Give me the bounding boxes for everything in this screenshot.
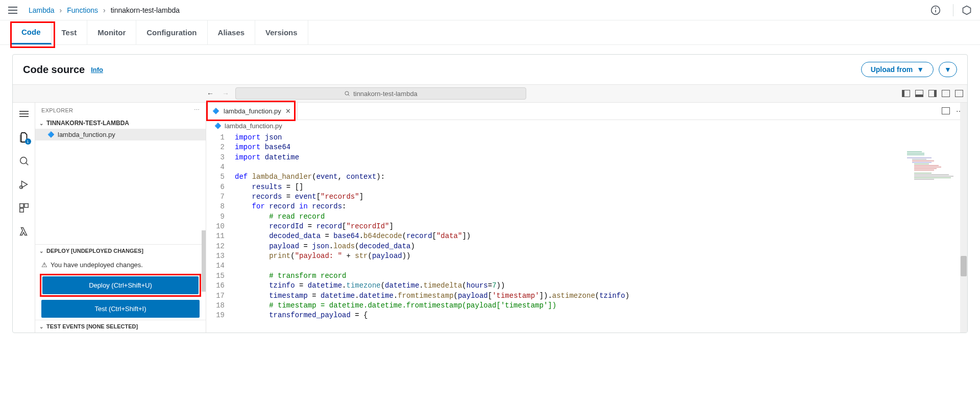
breadcrumb-current: tinnakorn-test-lambda	[111, 6, 180, 14]
file-name: lambda_function.py	[58, 131, 115, 138]
card-title: Code source	[23, 64, 85, 76]
warning-icon: ⚠	[41, 261, 47, 269]
scrollbar-thumb[interactable]	[961, 256, 967, 276]
tab-versions[interactable]: Versions	[255, 20, 308, 44]
deploy-message-text: You have undeployed changes.	[51, 261, 143, 269]
file-lambda-function[interactable]: 🔷 lambda_function.py	[35, 129, 206, 140]
breadcrumb-lambda[interactable]: Lambda	[29, 6, 55, 14]
ide-toolbar: ← → tinnakorn-test-lambda	[13, 84, 967, 103]
deploy-button[interactable]: Deploy (Ctrl+Shift+U)	[42, 276, 199, 294]
top-bar: Lambda › Functions › tinnakorn-test-lamb…	[0, 0, 980, 20]
deploy-header[interactable]: ⌄ DEPLOY [UNDEPLOYED CHANGES]	[35, 245, 206, 257]
project-name: TINNAKORN-TEST-LAMBDA	[46, 120, 129, 127]
search-icon	[344, 90, 350, 97]
deploy-section: ⌄ DEPLOY [UNDEPLOYED CHANGES] ⚠ You have…	[35, 244, 206, 333]
editor-area: 🔷 lambda_function.py ✕ ⋯ 🔷 lambda_functi…	[206, 103, 967, 333]
info-icon[interactable]	[930, 5, 941, 15]
divider	[953, 4, 953, 16]
activity-explorer-icon[interactable]: 1	[18, 131, 30, 144]
test-events-label: TEST EVENTS [NONE SELECTED]	[46, 323, 138, 329]
breadcrumb-functions[interactable]: Functions	[67, 6, 98, 14]
code-source-card: Code source Info Upload from ▼ ▼ ← → tin…	[12, 54, 968, 333]
layout-panel-bottom-icon[interactable]	[915, 90, 923, 97]
activity-menu-icon[interactable]	[18, 108, 30, 120]
code-editor[interactable]: 12345678910111213141516171819 import jso…	[206, 132, 967, 333]
info-link[interactable]: Info	[91, 66, 103, 74]
svg-marker-3	[963, 6, 971, 14]
svg-rect-10	[19, 204, 23, 207]
line-gutter: 12345678910111213141516171819	[206, 132, 231, 333]
test-events-header[interactable]: ⌄ TEST EVENTS [NONE SELECTED]	[35, 320, 206, 333]
chevron-down-icon: ⌄	[39, 324, 43, 329]
svg-line-7	[26, 163, 28, 165]
svg-point-4	[345, 91, 349, 95]
svg-rect-12	[19, 208, 23, 212]
caret-down-icon: ▼	[917, 65, 924, 74]
svg-rect-11	[24, 204, 28, 207]
badge-count: 1	[25, 138, 31, 145]
breadcrumb: Lambda › Functions › tinnakorn-test-lamb…	[29, 6, 180, 14]
test-button[interactable]: Test (Ctrl+Shift+I)	[41, 300, 200, 318]
explorer-label: EXPLORER	[41, 107, 73, 113]
split-editor-icon[interactable]	[942, 107, 950, 114]
minimap[interactable]	[906, 150, 957, 191]
upload-from-label: Upload from	[871, 65, 913, 74]
activity-bar: 1	[13, 103, 35, 333]
upload-from-button[interactable]: Upload from ▼	[861, 62, 934, 77]
activity-extensions-icon[interactable]	[18, 202, 30, 214]
scrollbar-thumb[interactable]	[202, 230, 206, 292]
svg-point-2	[936, 8, 936, 8]
highlight-annotation: Deploy (Ctrl+Shift+U)	[40, 274, 201, 297]
svg-point-6	[20, 157, 27, 164]
activity-debug-icon[interactable]	[18, 178, 30, 191]
python-icon: 🔷	[214, 123, 222, 129]
side-panel: EXPLORER ⋯ ⌄ TINNAKORN-TEST-LAMBDA 🔷 lam…	[35, 103, 206, 333]
project-root[interactable]: ⌄ TINNAKORN-TEST-LAMBDA	[35, 117, 206, 129]
python-icon: 🔷	[47, 131, 55, 138]
chevron-right-icon: ›	[60, 6, 62, 14]
hexagon-icon[interactable]	[962, 5, 972, 15]
deploy-header-label: DEPLOY [UNDEPLOYED CHANGES]	[46, 248, 143, 254]
layout-panel-right-icon[interactable]	[928, 90, 937, 97]
nav-forward-icon: →	[222, 89, 229, 98]
editor-tabs: 🔷 lambda_function.py ✕ ⋯	[206, 103, 967, 120]
activity-search-icon[interactable]	[18, 155, 30, 167]
chevron-right-icon: ›	[103, 6, 106, 14]
ide-body: 1 EXPLORER ⋯ ⌄ TINNAKORN-TEST-LAMBDA 🔷	[13, 103, 967, 333]
dropdown-button[interactable]: ▼	[939, 62, 957, 77]
ide-search[interactable]: tinnakorn-test-lambda	[235, 87, 526, 100]
more-icon[interactable]: ⋯	[194, 107, 200, 113]
editor-breadcrumb: 🔷 lambda_function.py	[206, 120, 967, 132]
deploy-message: ⚠ You have undeployed changes.	[35, 257, 206, 273]
menu-icon[interactable]	[8, 4, 20, 16]
tab-test[interactable]: Test	[52, 20, 88, 44]
highlight-annotation	[206, 101, 296, 121]
crumb-file[interactable]: lambda_function.py	[225, 122, 282, 130]
svg-line-5	[348, 94, 350, 96]
nav-back-icon[interactable]: ←	[207, 89, 214, 98]
tab-configuration[interactable]: Configuration	[136, 20, 207, 44]
layout-fullscreen-icon[interactable]	[955, 90, 963, 97]
tab-monitor[interactable]: Monitor	[87, 20, 136, 44]
chevron-down-icon: ⌄	[39, 121, 43, 126]
code-content[interactable]: import jsonimport base64import datetime …	[231, 132, 967, 333]
caret-down-icon: ▼	[944, 65, 951, 74]
activity-lambda-icon[interactable]	[18, 225, 30, 238]
layout-grid-icon[interactable]	[942, 90, 950, 97]
chevron-down-icon: ⌄	[39, 248, 43, 254]
tabs-bar: Code Test Monitor Configuration Aliases …	[0, 20, 980, 45]
search-text: tinnakorn-test-lambda	[353, 90, 418, 98]
tab-code[interactable]: Code	[11, 20, 52, 44]
tab-aliases[interactable]: Aliases	[208, 20, 256, 44]
scrollbar-vertical[interactable]	[960, 103, 967, 333]
layout-panel-left-icon[interactable]	[902, 90, 910, 97]
